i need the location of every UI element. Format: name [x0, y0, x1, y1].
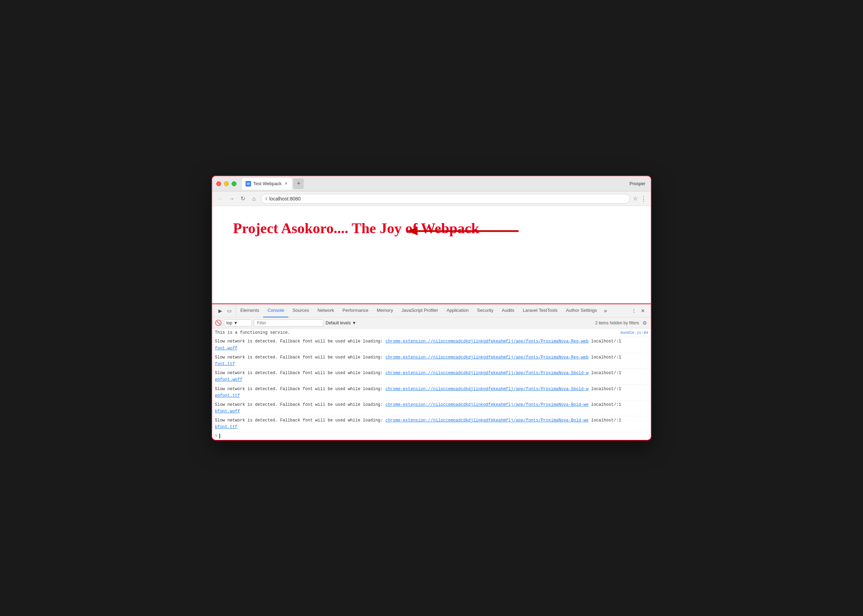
tab-memory[interactable]: Memory	[373, 304, 397, 317]
log-level-value: Default levels	[326, 321, 351, 325]
tab-sources[interactable]: Sources	[288, 304, 313, 317]
console-output: This is a functioning service. bundle.js…	[212, 328, 651, 440]
new-tab-button[interactable]: +	[293, 179, 304, 189]
console-line: Slow network is detected. Fallback font …	[212, 353, 651, 369]
console-warning-text: Slow network is detected. Fallback font …	[215, 386, 648, 399]
prompt-cursor	[219, 434, 220, 438]
console-sub-link[interactable]: bfont.ttf	[215, 424, 238, 429]
home-button[interactable]: ⌂	[250, 195, 258, 203]
console-sub-link[interactable]: font.woff	[215, 346, 238, 351]
lock-icon: ℹ	[265, 196, 267, 201]
browser-content: Project Asokoro.... The Joy of Webpack	[212, 206, 651, 303]
console-link[interactable]: chrome-extension://niloccemoadcdkdjlinkg…	[386, 418, 589, 423]
devtools-actions: ⋮ ✕	[627, 307, 649, 314]
prompt-arrow-icon: >	[215, 434, 217, 438]
console-sub-link[interactable]: ebfont.woff	[215, 377, 243, 382]
tab-bar: W Test Webpack ✕ +	[242, 178, 304, 190]
console-source-link[interactable]: bundle.js:84	[620, 330, 648, 336]
address-bar: ← → ↻ ⌂ ℹ localhost:8080 ☆ ⋮	[212, 192, 651, 206]
console-line: This is a functioning service. bundle.js…	[212, 328, 651, 337]
devtools-toolbar: ▶ ▭ Elements Console Sources Network Per…	[212, 304, 651, 317]
log-level-chevron-icon: ▼	[352, 321, 356, 325]
close-button[interactable]	[216, 181, 221, 186]
tab-js-profiler[interactable]: JavaScript Profiler	[397, 304, 442, 317]
console-link[interactable]: chrome-extension://niloccemoadcdkdjlinkg…	[386, 402, 589, 407]
filter-input[interactable]	[254, 319, 324, 327]
more-tabs-button[interactable]: »	[601, 308, 610, 314]
console-link[interactable]: chrome-extension://niloccemoadcdkdjlinkg…	[386, 387, 589, 391]
console-line: Slow network is detected. Fallback font …	[212, 369, 651, 385]
tab-laravel[interactable]: Laravel TestTools	[518, 304, 562, 317]
title-bar: W Test Webpack ✕ + Prosper	[212, 176, 651, 192]
context-select[interactable]: top ▼	[224, 319, 252, 327]
tab-close-button[interactable]: ✕	[283, 181, 288, 186]
tab-elements[interactable]: Elements	[236, 304, 263, 317]
console-prompt[interactable]: >	[212, 432, 651, 440]
log-level-select[interactable]: Default levels ▼	[326, 321, 356, 325]
console-warning-text: Slow network is detected. Fallback font …	[215, 402, 648, 415]
console-warning-text: Slow network is detected. Fallback font …	[215, 417, 648, 431]
console-link[interactable]: chrome-extension://niloccemoadcdkdjlinkg…	[386, 355, 589, 360]
console-line: Slow network is detected. Fallback font …	[212, 401, 651, 416]
tab-favicon: W	[246, 181, 251, 187]
tab-author[interactable]: Author Settings	[562, 304, 601, 317]
console-toolbar: 🚫 top ▼ Default levels ▼ 2 items hidden …	[212, 317, 651, 328]
svg-marker-1	[407, 227, 417, 235]
mac-window: W Test Webpack ✕ + Prosper ← → ↻ ⌂ ℹ loc…	[212, 176, 651, 440]
filter-count: 2 items hidden by filters	[595, 321, 639, 325]
console-line: Slow network is detected. Fallback font …	[212, 337, 651, 353]
maximize-button[interactable]	[231, 181, 236, 186]
window-user: Prosper	[629, 181, 645, 186]
back-button[interactable]: ←	[216, 195, 225, 203]
tab-console[interactable]: Console	[263, 304, 288, 317]
console-warning-text: Slow network is detected. Fallback font …	[215, 354, 648, 368]
console-sub-link[interactable]: ebfont.ttf	[215, 393, 240, 398]
console-link[interactable]: chrome-extension://niloccemoadcdkdjlinkg…	[386, 371, 589, 376]
menu-icon[interactable]: ⋮	[641, 195, 647, 203]
context-value: top	[226, 321, 232, 325]
devtools-tabs: Elements Console Sources Network Perform…	[236, 304, 627, 317]
tab-application[interactable]: Application	[442, 304, 473, 317]
tab-performance[interactable]: Performance	[338, 304, 372, 317]
context-chevron-icon: ▼	[234, 321, 238, 325]
bookmark-icon[interactable]: ☆	[633, 195, 638, 202]
console-line: Slow network is detected. Fallback font …	[212, 385, 651, 401]
console-line: Slow network is detected. Fallback font …	[212, 416, 651, 432]
forward-button[interactable]: →	[227, 195, 236, 203]
url-display: localhost:8080	[269, 196, 625, 201]
heading-part1: Project Asokoro....	[233, 220, 352, 236]
console-sub-link[interactable]: font.ttf	[215, 361, 235, 366]
tab-network[interactable]: Network	[313, 304, 339, 317]
console-message-text: This is a functioning service.	[215, 330, 620, 336]
inspect-element-icon[interactable]: ▶	[216, 307, 224, 314]
devtools-icon-bar: ▶ ▭	[214, 304, 236, 317]
tab-security[interactable]: Security	[473, 304, 498, 317]
settings-gear-icon[interactable]: ⚙	[641, 319, 648, 327]
address-input-wrap[interactable]: ℹ localhost:8080	[261, 194, 630, 204]
clear-console-icon[interactable]: 🚫	[215, 319, 222, 327]
minimize-button[interactable]	[224, 181, 229, 186]
console-sub-link[interactable]: bfont.woff	[215, 409, 240, 414]
console-link[interactable]: chrome-extension://niloccemoadcdkdjlinkg…	[386, 339, 589, 344]
devtools-close-icon[interactable]: ✕	[639, 307, 647, 314]
traffic-lights	[216, 181, 236, 186]
tab-title: Test Webpack	[253, 181, 281, 186]
devtools-menu-icon[interactable]: ⋮	[630, 307, 638, 314]
console-warning-text: Slow network is detected. Fallback font …	[215, 338, 648, 352]
tab-audits[interactable]: Audits	[498, 304, 518, 317]
browser-tab-active[interactable]: W Test Webpack ✕	[242, 178, 292, 190]
reload-button[interactable]: ↻	[239, 195, 247, 203]
console-warning-text: Slow network is detected. Fallback font …	[215, 370, 648, 383]
devtools-panel: ▶ ▭ Elements Console Sources Network Per…	[212, 303, 651, 440]
device-toolbar-icon[interactable]: ▭	[225, 307, 233, 314]
arrow-annotation	[386, 224, 526, 247]
